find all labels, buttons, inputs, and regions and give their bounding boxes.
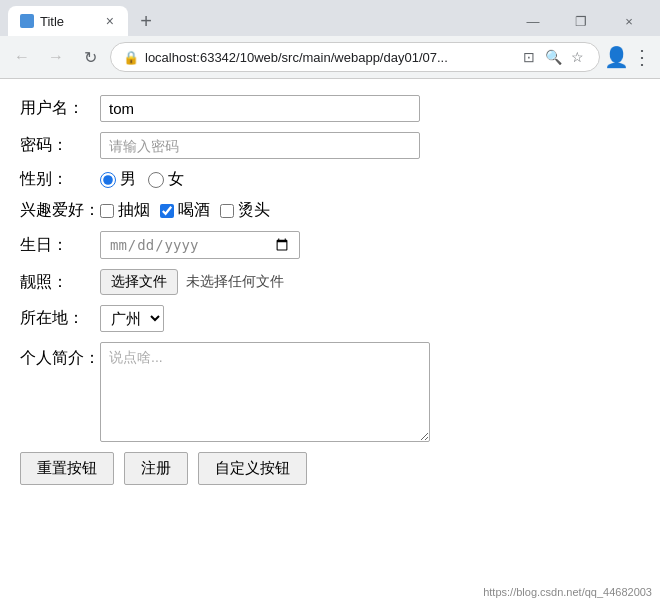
reset-button[interactable]: 重置按钮 — [20, 452, 114, 485]
intro-textarea[interactable] — [100, 342, 430, 442]
gender-female-text: 女 — [168, 169, 184, 190]
page-content: 用户名： 密码： 性别： 男 女 兴趣爱好： 抽烟 — [0, 79, 660, 501]
button-row: 重置按钮 注册 自定义按钮 — [20, 452, 640, 485]
hobby-drink-label[interactable]: 喝酒 — [160, 200, 210, 221]
address-bar-icons: ⊡ 🔍 ☆ — [519, 47, 587, 67]
hobby-perm-label[interactable]: 烫头 — [220, 200, 270, 221]
address-bar-row: ← → ↻ 🔒 localhost:63342/10web/src/main/w… — [0, 36, 660, 78]
minimize-button[interactable]: — — [510, 6, 556, 36]
window-controls: — ❐ × — [510, 6, 652, 36]
gender-label: 性别： — [20, 169, 100, 190]
hobby-drink-text: 喝酒 — [178, 200, 210, 221]
close-button[interactable]: × — [606, 6, 652, 36]
file-row: 选择文件 未选择任何文件 — [100, 269, 284, 295]
username-row: 用户名： — [20, 95, 640, 122]
username-label: 用户名： — [20, 98, 100, 119]
tab-favicon — [20, 14, 34, 28]
profile-icon[interactable]: 👤 — [606, 47, 626, 67]
hobby-row: 兴趣爱好： 抽烟 喝酒 烫头 — [20, 200, 640, 221]
gender-female-radio[interactable] — [148, 172, 164, 188]
hobby-smoke-checkbox[interactable] — [100, 204, 114, 218]
tab-close-button[interactable]: × — [104, 13, 116, 29]
hobby-perm-checkbox[interactable] — [220, 204, 234, 218]
username-input[interactable] — [100, 95, 420, 122]
star-icon[interactable]: ☆ — [567, 47, 587, 67]
refresh-button[interactable]: ↻ — [76, 43, 104, 71]
gender-male-label[interactable]: 男 — [100, 169, 136, 190]
active-tab[interactable]: Title × — [8, 6, 128, 36]
birthday-label: 生日： — [20, 235, 100, 256]
password-row: 密码： — [20, 132, 640, 159]
file-status-text: 未选择任何文件 — [186, 273, 284, 291]
gender-row: 性别： 男 女 — [20, 169, 640, 190]
birthday-row: 生日： — [20, 231, 640, 259]
tab-bar: Title × + — ❐ × — [0, 0, 660, 36]
screenshot-icon[interactable]: ⊡ — [519, 47, 539, 67]
new-tab-button[interactable]: + — [132, 7, 160, 35]
hobby-smoke-label[interactable]: 抽烟 — [100, 200, 150, 221]
photo-file-button[interactable]: 选择文件 — [100, 269, 178, 295]
hobby-label: 兴趣爱好： — [20, 200, 100, 221]
personal-intro-row: 个人简介： — [20, 342, 640, 442]
gender-female-label[interactable]: 女 — [148, 169, 184, 190]
back-button[interactable]: ← — [8, 43, 36, 71]
custom-button[interactable]: 自定义按钮 — [198, 452, 307, 485]
gender-male-radio[interactable] — [100, 172, 116, 188]
menu-icon[interactable]: ⋮ — [632, 47, 652, 67]
gender-male-text: 男 — [120, 169, 136, 190]
hobby-smoke-text: 抽烟 — [118, 200, 150, 221]
photo-row: 靓照： 选择文件 未选择任何文件 — [20, 269, 640, 295]
hobby-drink-checkbox[interactable] — [160, 204, 174, 218]
tab-title: Title — [40, 14, 64, 29]
hobby-perm-text: 烫头 — [238, 200, 270, 221]
restore-button[interactable]: ❐ — [558, 6, 604, 36]
lock-icon: 🔒 — [123, 50, 139, 65]
zoom-icon[interactable]: 🔍 — [543, 47, 563, 67]
register-button[interactable]: 注册 — [124, 452, 188, 485]
gender-group: 男 女 — [100, 169, 184, 190]
location-label: 所在地： — [20, 308, 100, 329]
password-input[interactable] — [100, 132, 420, 159]
birthday-input[interactable] — [100, 231, 300, 259]
hobby-group: 抽烟 喝酒 烫头 — [100, 200, 270, 221]
url-text: localhost:63342/10web/src/main/webapp/da… — [145, 50, 513, 65]
address-bar[interactable]: 🔒 localhost:63342/10web/src/main/webapp/… — [110, 42, 600, 72]
location-row: 所在地： 广州 北京 上海 深圳 — [20, 305, 640, 332]
intro-label: 个人简介： — [20, 342, 100, 369]
password-label: 密码： — [20, 135, 100, 156]
browser-chrome: Title × + — ❐ × ← → ↻ 🔒 localhost:63342/… — [0, 0, 660, 79]
location-select[interactable]: 广州 北京 上海 深圳 — [100, 305, 164, 332]
photo-label: 靓照： — [20, 272, 100, 293]
forward-button[interactable]: → — [42, 43, 70, 71]
